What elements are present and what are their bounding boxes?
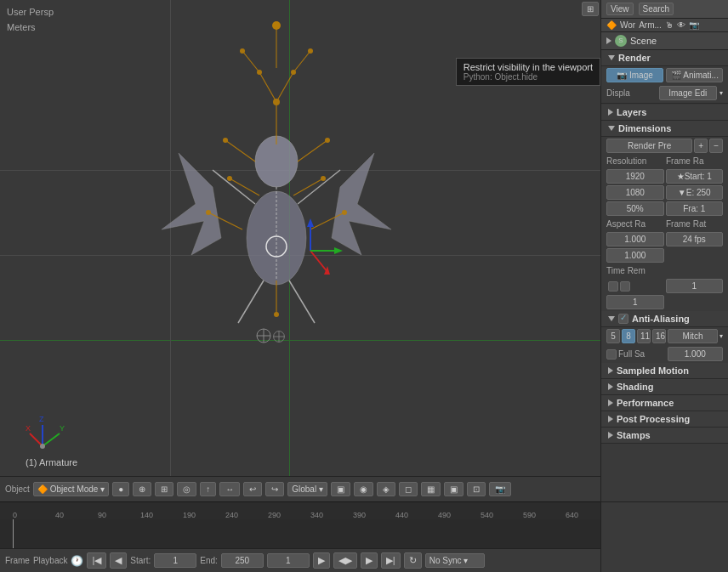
- aspect-x-value[interactable]: 1.000: [606, 232, 664, 246]
- scene-label: Scene: [630, 36, 657, 46]
- right-panel-bottom: [600, 501, 728, 572]
- ruler-mark-490: 490: [438, 511, 451, 519]
- end-frame-input[interactable]: 250: [221, 553, 264, 568]
- post-processing-header[interactable]: Post Processing: [601, 411, 728, 428]
- frame-label: Frame: [5, 556, 30, 565]
- move-btn[interactable]: ↔: [219, 482, 240, 496]
- tr-cb1[interactable]: [608, 281, 618, 292]
- loop-btn[interactable]: ↻: [404, 552, 422, 569]
- aspect-fps-row: Aspect Ra Frame Rat: [601, 218, 728, 230]
- ruler-mark-540: 540: [481, 511, 493, 519]
- occlude-btn[interactable]: ◈: [377, 482, 395, 496]
- scene-expand-icon[interactable]: [606, 37, 611, 44]
- jump-start-btn[interactable]: |◀: [87, 552, 106, 569]
- performance-label: Performance: [617, 398, 674, 408]
- current-frame-input[interactable]: 1: [267, 553, 310, 568]
- end-frame-value[interactable]: ▼E: 250: [666, 185, 724, 200]
- play-reverse-btn[interactable]: ◀▶: [333, 552, 357, 569]
- orient-label: Global: [292, 484, 316, 494]
- snap-btn[interactable]: ⊞: [155, 482, 173, 496]
- start-frame-input[interactable]: 1: [154, 553, 196, 568]
- right-panel: View Search 🔶 Wor Arm... 🖱 👁 📷 S Scene R…: [600, 0, 728, 501]
- viewport-corner-btn[interactable]: ⊞: [582, 2, 599, 16]
- tr-val1[interactable]: 1: [666, 279, 724, 293]
- aa-11[interactable]: 11: [637, 329, 651, 343]
- animation-btn[interactable]: 🎬 Animati...: [666, 68, 723, 82]
- aa-5[interactable]: 5: [606, 329, 620, 343]
- scale-btn[interactable]: ↪: [265, 482, 284, 496]
- aa-filter-value[interactable]: Mitch: [668, 329, 718, 343]
- aa-checkbox[interactable]: [618, 314, 628, 324]
- mirror-btn[interactable]: ▣: [331, 482, 350, 496]
- shading-header[interactable]: Shading: [601, 379, 728, 395]
- svg-point-18: [342, 210, 347, 215]
- sampled-motion-header[interactable]: Sampled Motion: [601, 363, 728, 379]
- tr-cb2[interactable]: [620, 281, 630, 292]
- rotate-btn[interactable]: ↩: [243, 482, 262, 496]
- aa-8[interactable]: 8: [622, 329, 635, 343]
- aspect-y-value[interactable]: 1.000: [606, 248, 664, 263]
- fps-value[interactable]: 24 fps: [666, 232, 724, 246]
- svg-point-20: [223, 138, 228, 143]
- performance-header[interactable]: Performance: [601, 395, 728, 411]
- mode-select[interactable]: 🔶 Object Mode ▾: [33, 482, 109, 496]
- play-btn[interactable]: ▶: [313, 552, 330, 569]
- view-menu-btn[interactable]: View: [606, 3, 634, 15]
- add-btn[interactable]: ⊕: [133, 482, 151, 496]
- search-menu-btn[interactable]: Search: [639, 3, 674, 15]
- render-section-header[interactable]: Render: [601, 50, 728, 66]
- render-btn[interactable]: ▣: [444, 482, 464, 496]
- viewport-shade[interactable]: ⊡: [467, 482, 486, 496]
- select-btn[interactable]: ↑: [200, 482, 216, 496]
- mode-label[interactable]: Object Mode: [50, 484, 99, 494]
- preset-remove-btn[interactable]: −: [709, 139, 723, 153]
- frame-value[interactable]: Fra: 1: [666, 201, 724, 216]
- stamps-header[interactable]: Stamps: [601, 428, 728, 444]
- svg-point-16: [206, 210, 211, 215]
- dimensions-section-header[interactable]: Dimensions: [601, 121, 728, 137]
- jump-end-btn[interactable]: ▶|: [381, 552, 401, 569]
- scene-icon: S: [615, 35, 627, 47]
- aa-16[interactable]: 16: [652, 329, 666, 343]
- image-label: Image: [629, 71, 653, 80]
- render-preset-value[interactable]: Render Pre: [606, 139, 692, 153]
- xray-btn[interactable]: ◻: [399, 482, 418, 496]
- arm-label[interactable]: Arm...: [639, 20, 662, 30]
- viewport[interactable]: User Persp Meters: [0, 0, 600, 501]
- res-x-value[interactable]: 1920: [606, 169, 664, 184]
- view-btn[interactable]: ●: [112, 482, 129, 496]
- ruler-mark-640: 640: [566, 511, 578, 519]
- svg-line-4: [213, 170, 255, 204]
- shade-btn[interactable]: ▦: [421, 482, 441, 496]
- proportional-btn[interactable]: ◉: [354, 482, 373, 496]
- display-value[interactable]: Image Edi: [659, 86, 718, 100]
- next-frame-btn[interactable]: ▶: [361, 552, 378, 569]
- res-pct-value[interactable]: 50%: [606, 201, 664, 216]
- svg-point-30: [308, 48, 313, 54]
- cursor-crosshair: [255, 327, 272, 344]
- start-frame-value[interactable]: ★Start: 1: [666, 169, 724, 184]
- layers-section-header[interactable]: Layers: [601, 105, 728, 121]
- aa-expand-icon: [608, 316, 615, 321]
- res-y-value[interactable]: 1080: [606, 185, 664, 200]
- world-label[interactable]: Wor: [620, 20, 635, 30]
- full-sample-cb[interactable]: [606, 349, 617, 360]
- prev-frame-btn[interactable]: ◀: [110, 552, 127, 569]
- transform-orient[interactable]: Global ▾: [287, 482, 327, 496]
- camera-btn[interactable]: 📷: [489, 482, 511, 496]
- perf-expand-icon: [608, 399, 613, 406]
- sync-label: No Sync: [429, 556, 462, 565]
- svg-line-5: [298, 170, 340, 204]
- sync-select[interactable]: No Sync ▾: [425, 553, 485, 568]
- aa-section-header[interactable]: Anti-Aliasing: [601, 311, 728, 327]
- full-sample-value[interactable]: 1.000: [668, 347, 724, 361]
- sampled-motion-label: Sampled Motion: [617, 365, 689, 376]
- pivot-btn[interactable]: ◎: [177, 482, 196, 496]
- tr-val2[interactable]: 1: [606, 295, 664, 309]
- transform-widget[interactable]: [276, 217, 344, 285]
- viewport-units-label: Meters: [7, 22, 36, 32]
- preset-add-btn[interactable]: +: [694, 139, 708, 153]
- dim-expand-icon: [608, 126, 615, 131]
- svg-line-23: [259, 72, 276, 102]
- image-btn[interactable]: 📷 Image: [606, 68, 663, 82]
